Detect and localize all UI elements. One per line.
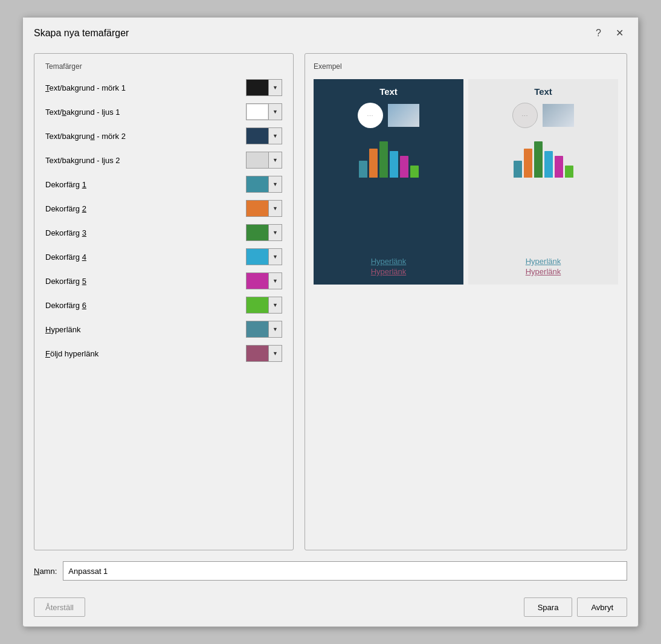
preview-light: Text ··· [468,79,618,285]
swatch-dekor2 [247,201,268,216]
preview-area: Text ··· [314,79,618,285]
dropdown-followed[interactable]: ▼ [246,345,282,362]
color-row-dekor6: Dekorfärg 6 ▼ [45,297,282,314]
label-dekor1: Dekorfärg 1 [45,180,246,189]
label-followed: Följd hyperlänk [45,349,246,358]
name-input[interactable] [63,561,627,581]
swatch-dekor3 [247,225,268,240]
color-row-tb-light1: Text/bakgrund - ljus 1 ▼ [45,103,282,120]
name-label: Namn: [34,567,57,576]
bar-dark-5 [400,156,408,178]
swatch-hyperlink [247,321,268,337]
dropdown-tb-dark1[interactable]: ▼ [246,79,282,96]
dropdown-dekor3[interactable]: ▼ [246,224,282,241]
color-row-dekor3: Dekorfärg 3 ▼ [45,224,282,241]
swatch-dekor6 [247,297,268,313]
cancel-button[interactable]: Avbryt [577,597,627,617]
label-dekor4: Dekorfärg 4 [45,253,246,262]
arrow-dekor4: ▼ [268,249,282,265]
hyperlink-unvisited-light[interactable]: Hyperlänk [526,257,561,266]
swatch-tb-dark1 [247,80,268,95]
rect-light [543,104,574,127]
dropdown-dekor1[interactable]: ▼ [246,176,282,193]
circle-light: ··· [512,103,538,128]
swatch-tb-light2 [247,152,268,168]
left-panel-title: Temafärger [45,62,282,71]
bar-light-3 [534,141,543,178]
swatch-tb-light1 [247,104,268,120]
dialog-title: Skapa nya temafärger [34,28,129,39]
arrow-dekor6: ▼ [268,297,282,313]
help-button[interactable]: ? [592,27,605,40]
color-row-tb-light2: Text/bakgrund - ljus 2 ▼ [45,152,282,169]
preview-light-text: Text [534,86,552,97]
dialog-body: Temafärger Text/bakgrund - mörk 1 ▼ Text… [23,46,638,591]
right-panel-title: Exempel [314,62,618,71]
swatch-dekor5 [247,273,268,289]
swatch-dekor4 [247,249,268,265]
bars-light [514,135,573,178]
rect-dark [388,104,419,127]
shapes-light: ··· [512,103,574,128]
circle-dark: ··· [358,103,383,128]
bars-dark [359,135,419,178]
label-dekor6: Dekorfärg 6 [45,301,246,310]
links-light: Hyperlänk Hyperlänk [526,257,561,276]
right-panel: Exempel Text ··· [305,53,627,550]
swatch-followed [247,346,268,361]
arrow-dekor3: ▼ [268,225,282,240]
create-theme-colors-dialog: Skapa nya temafärger ? ✕ Temafärger Text… [22,17,639,627]
hyperlink-visited-light[interactable]: Hyperlänk [526,267,561,276]
bar-light-1 [514,161,522,178]
name-row: Namn: [34,558,627,584]
bar-light-2 [524,149,532,178]
color-row-tb-dark2: Text/bakgrund - mörk 2 ▼ [45,127,282,144]
main-row: Temafärger Text/bakgrund - mörk 1 ▼ Text… [34,53,627,550]
titlebar: Skapa nya temafärger ? ✕ [23,18,638,46]
label-dekor5: Dekorfärg 5 [45,277,246,286]
dropdown-tb-light2[interactable]: ▼ [246,152,282,169]
arrow-dekor1: ▼ [268,176,282,192]
links-dark: Hyperlänk Hyperlänk [371,257,407,276]
dropdown-dekor5[interactable]: ▼ [246,272,282,289]
label-dekor2: Dekorfärg 2 [45,204,246,213]
swatch-tb-dark2 [247,128,268,144]
preview-dark: Text ··· [314,79,463,285]
hyperlink-visited-dark[interactable]: Hyperlänk [371,267,407,276]
close-button[interactable]: ✕ [612,26,627,40]
arrow-tb-dark1: ▼ [268,80,282,95]
arrow-tb-light2: ▼ [268,152,282,168]
color-row-dekor4: Dekorfärg 4 ▼ [45,248,282,265]
bar-dark-3 [379,141,388,178]
shapes-dark: ··· [358,103,419,128]
label-tb-dark1: Text/bakgrund - mörk 1 [45,83,246,92]
color-row-followed: Följd hyperlänk ▼ [45,345,282,362]
color-row-hyperlink: Hyperlänk ▼ [45,321,282,338]
dropdown-dekor4[interactable]: ▼ [246,248,282,265]
bar-light-6 [565,166,573,178]
save-button[interactable]: Spara [524,597,573,617]
label-tb-dark2: Text/bakgrund - mörk 2 [45,132,246,141]
dropdown-tb-dark2[interactable]: ▼ [246,127,282,144]
left-panel: Temafärger Text/bakgrund - mörk 1 ▼ Text… [34,53,294,550]
swatch-dekor1 [247,176,268,192]
color-row-tb-dark1: Text/bakgrund - mörk 1 ▼ [45,79,282,96]
dropdown-dekor6[interactable]: ▼ [246,297,282,314]
preview-dark-text: Text [379,86,398,97]
color-row-dekor2: Dekorfärg 2 ▼ [45,200,282,217]
bar-light-4 [544,151,553,178]
dropdown-dekor2[interactable]: ▼ [246,200,282,217]
color-row-dekor5: Dekorfärg 5 ▼ [45,272,282,289]
reset-button: Återställ [34,597,85,617]
dropdown-tb-light1[interactable]: ▼ [246,103,282,120]
dialog-footer: Återställ Spara Avbryt [23,591,638,626]
hyperlink-unvisited-dark[interactable]: Hyperlänk [371,257,407,266]
dropdown-hyperlink[interactable]: ▼ [246,321,282,338]
bar-dark-6 [410,166,419,178]
arrow-hyperlink: ▼ [268,321,282,337]
label-dekor3: Dekorfärg 3 [45,228,246,237]
bar-dark-4 [390,151,398,178]
arrow-tb-dark2: ▼ [268,128,282,144]
arrow-followed: ▼ [268,346,282,361]
title-icons: ? ✕ [592,26,627,40]
